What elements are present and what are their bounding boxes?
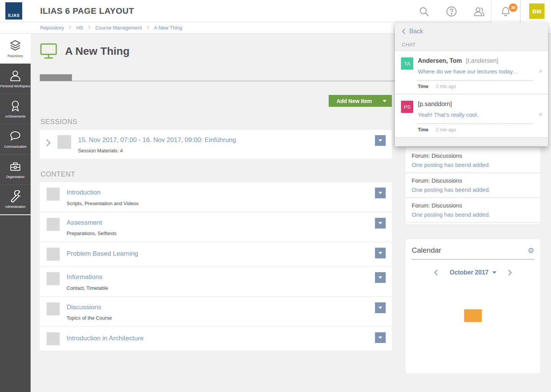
calendar-day[interactable] xyxy=(517,335,535,347)
calendar-day[interactable] xyxy=(411,360,429,372)
calendar-day[interactable] xyxy=(482,309,499,322)
calendar-day[interactable] xyxy=(464,322,482,335)
calendar-day[interactable] xyxy=(429,322,447,335)
calendar-day[interactable] xyxy=(429,347,447,360)
calendar-day[interactable] xyxy=(411,309,429,322)
calendar-day[interactable] xyxy=(482,347,499,360)
calendar-day[interactable] xyxy=(499,322,517,335)
breadcrumb-link[interactable]: A New Thing xyxy=(154,25,182,31)
calendar-day[interactable] xyxy=(464,360,482,372)
tab-members[interactable] xyxy=(161,74,205,81)
gear-icon[interactable]: ⚙ xyxy=(528,247,534,254)
calendar-day[interactable] xyxy=(464,335,482,347)
calendar-day[interactable] xyxy=(464,347,482,360)
calendar-day[interactable] xyxy=(517,322,535,335)
item-title-link[interactable]: Assessment xyxy=(67,218,117,227)
calendar-day[interactable] xyxy=(499,335,517,347)
calendar-day[interactable] xyxy=(464,309,482,322)
calendar-day[interactable] xyxy=(499,360,517,372)
item-title-link[interactable]: Problem Based Learning xyxy=(67,248,138,260)
tab-metadata[interactable] xyxy=(249,74,294,81)
calendar-day[interactable] xyxy=(447,347,464,360)
calendar-day[interactable] xyxy=(429,360,447,372)
tab-learning-progress[interactable] xyxy=(205,74,249,81)
calendar-day[interactable] xyxy=(482,335,499,347)
calendar-day[interactable] xyxy=(429,297,447,309)
calendar-month-selector[interactable]: October 2017 xyxy=(450,269,496,276)
item-title-link[interactable]: Informations xyxy=(67,272,108,281)
item-actions-dropdown[interactable] xyxy=(375,248,386,258)
tab-content[interactable] xyxy=(40,74,72,81)
item-title-link[interactable]: Discussions xyxy=(67,302,112,311)
sidebar-item-personal-workspace[interactable]: Personal Workspace xyxy=(0,64,31,94)
help-icon[interactable] xyxy=(446,6,457,17)
calendar-day[interactable] xyxy=(411,297,429,309)
calendar-day[interactable] xyxy=(499,309,517,322)
calendar-day[interactable] xyxy=(447,309,464,322)
notification-center-tab[interactable]: 30 xyxy=(491,0,520,23)
item-title-link[interactable]: Introduction xyxy=(67,188,139,196)
close-icon[interactable]: × xyxy=(538,67,543,75)
calendar-day[interactable] xyxy=(464,297,482,309)
calendar-day[interactable] xyxy=(429,335,447,347)
chat-panel-footer xyxy=(395,138,548,146)
calendar-day[interactable] xyxy=(411,322,429,335)
chat-message[interactable]: PS [p.sanddorn] Yeah! That’s really cool… xyxy=(395,95,548,138)
item-actions-dropdown[interactable] xyxy=(375,272,386,283)
calendar-prev-button[interactable] xyxy=(434,269,438,276)
item-title-link[interactable]: 15. Nov 2017, 07:00 - 16. Nov 2017, 09:0… xyxy=(78,135,236,144)
sidebar-item-administration[interactable]: Administration xyxy=(0,185,31,215)
expand-chevron-icon[interactable] xyxy=(46,139,51,148)
item-actions-dropdown[interactable] xyxy=(375,332,386,343)
layers-icon xyxy=(9,39,21,52)
tab-export[interactable] xyxy=(294,74,338,81)
calendar-day[interactable] xyxy=(517,309,535,322)
item-actions-dropdown[interactable] xyxy=(375,188,386,198)
sidebar-item-achievements[interactable]: Achievements xyxy=(0,94,31,124)
calendar-day[interactable] xyxy=(447,360,464,372)
breadcrumb-link[interactable]: HS xyxy=(76,25,83,31)
sidebar-item-repository[interactable]: Repository xyxy=(0,34,31,64)
calendar-day[interactable] xyxy=(499,347,517,360)
chat-message-link[interactable]: Yeah! That’s really cool. xyxy=(418,111,533,118)
calendar-day[interactable] xyxy=(411,347,429,360)
calendar-day[interactable] xyxy=(499,297,517,309)
tab-permissions[interactable] xyxy=(338,74,383,81)
calendar-day[interactable] xyxy=(517,360,535,372)
calendar-day[interactable] xyxy=(411,335,429,347)
item-actions-dropdown[interactable] xyxy=(375,302,386,313)
back-button[interactable]: Back xyxy=(395,22,548,39)
calendar-day[interactable] xyxy=(447,322,464,335)
avatar[interactable]: BM xyxy=(529,3,544,19)
users-icon[interactable] xyxy=(474,6,484,17)
tab-settings[interactable] xyxy=(116,74,161,81)
item-title-link[interactable]: Introduction in Architecture xyxy=(67,332,143,345)
item-actions-dropdown[interactable] xyxy=(375,135,386,146)
forum-entry-link[interactable]: One posting has beend added. xyxy=(412,186,535,193)
calendar-day[interactable] xyxy=(429,309,447,322)
breadcrumb-link[interactable]: Repository xyxy=(40,25,64,31)
calendar-day[interactable] xyxy=(482,297,499,309)
calendar-day[interactable] xyxy=(482,322,499,335)
calendar-day[interactable] xyxy=(517,297,535,309)
user-menu-tab[interactable]: BM xyxy=(520,0,551,22)
close-icon[interactable]: × xyxy=(538,111,543,119)
calendar-day[interactable] xyxy=(447,297,464,309)
add-new-item-button[interactable]: Add New Item xyxy=(329,95,392,107)
calendar-day[interactable] xyxy=(517,347,535,360)
breadcrumb-link[interactable]: Course Management xyxy=(95,25,142,31)
forum-entry-link[interactable]: One posting has beend added. xyxy=(412,211,535,218)
sidebar-item-organisation[interactable]: Organisation xyxy=(0,155,31,185)
calendar-day[interactable] xyxy=(482,360,499,372)
ilias-logo[interactable]: ILIAS xyxy=(5,2,22,20)
item-actions-dropdown[interactable] xyxy=(375,218,386,229)
chat-message-link[interactable]: Where do we have our lectures today… xyxy=(418,68,533,75)
search-icon[interactable] xyxy=(419,6,429,17)
notification-badge: 30 xyxy=(509,3,517,12)
forum-entry-link[interactable]: One posting has beend added. xyxy=(412,162,535,168)
calendar-next-button[interactable] xyxy=(508,269,512,276)
tab-info[interactable] xyxy=(72,74,116,81)
sidebar-item-communication[interactable]: Communication xyxy=(0,124,31,155)
calendar-day[interactable] xyxy=(447,335,464,347)
chat-message[interactable]: TA Andersen, Tom [t.andersen] Where do w… xyxy=(395,51,548,95)
